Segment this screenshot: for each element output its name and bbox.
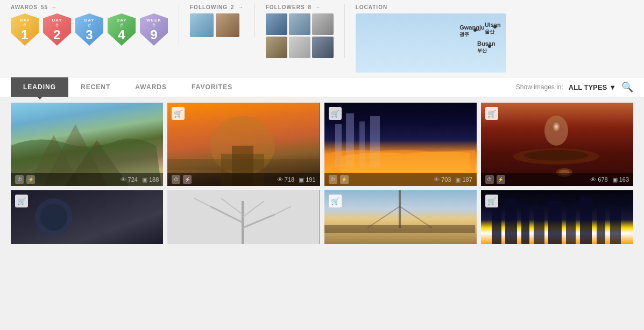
- awards-count: 55: [41, 4, 48, 10]
- cart-icon-3[interactable]: 🛒: [329, 107, 342, 120]
- following-avatar-2[interactable]: [216, 13, 239, 37]
- following-avatar-1[interactable]: [190, 13, 214, 37]
- location-text: LOCATION: [356, 4, 387, 10]
- badge-day-2: DAY # 2: [43, 13, 71, 46]
- lightning-icon-3: ⚡: [340, 175, 349, 184]
- following-label[interactable]: FOLLOWING 2 →: [190, 4, 244, 10]
- photo-cart-8[interactable]: 🛒: [485, 195, 498, 207]
- awards-label[interactable]: AWARDS 55 →: [11, 4, 168, 10]
- svg-rect-39: [492, 206, 501, 244]
- clock-icon: ⏱: [15, 175, 24, 184]
- photo-overlay-2: ⏱ ⚡ 👁 718 ▣ 191: [167, 173, 320, 186]
- cart-icon-7[interactable]: 🛒: [329, 195, 342, 207]
- following-text: FOLLOWING: [190, 4, 228, 10]
- awards-text: AWARDS: [11, 4, 38, 10]
- follower-thumb-6[interactable]: [312, 37, 334, 58]
- photo-item-6[interactable]: [167, 190, 320, 244]
- svg-rect-41: [521, 204, 529, 244]
- lightning-icon: ⚡: [26, 175, 35, 184]
- follower-thumb-2[interactable]: [289, 13, 310, 35]
- follower-thumb-3[interactable]: [312, 13, 334, 35]
- photo-image-7: [324, 190, 477, 244]
- awards-section: AWARDS 55 → DAY # 1 DAY # 2: [11, 4, 179, 46]
- badge-day-4: DAY # 4: [108, 13, 136, 46]
- svg-rect-47: [610, 209, 621, 244]
- clock-icon-4: ⏱: [485, 175, 494, 184]
- following-section: FOLLOWING 2 →: [179, 4, 255, 37]
- following-count: 2: [231, 4, 235, 10]
- follower-thumb-5[interactable]: [289, 37, 310, 58]
- badge-week-9: WEEK # 9: [140, 13, 168, 46]
- photo-item-7[interactable]: 🛒: [324, 190, 477, 244]
- tabs: LEADING RECENT AWARDS FAVORITES: [11, 77, 245, 97]
- svg-rect-40: [505, 198, 517, 244]
- clock-icon-2: ⏱: [172, 175, 180, 184]
- location-section: LOCATION Gwangju광주 Ulsan울산 Busan부산: [345, 4, 633, 73]
- photo-item-8[interactable]: 🛒: [481, 190, 633, 244]
- search-icon[interactable]: 🔍: [621, 81, 633, 93]
- chevron-down-icon: ▼: [609, 83, 616, 91]
- cart-icon-5[interactable]: 🛒: [15, 195, 28, 207]
- tab-leading[interactable]: LEADING: [11, 77, 68, 97]
- location-label: LOCATION: [356, 4, 622, 10]
- photo-overlay-4: ⏱ ⚡ 👁 678 ▣ 163: [481, 173, 633, 186]
- tab-recent[interactable]: RECENT: [68, 77, 123, 97]
- lightning-icon-4: ⚡: [497, 175, 505, 184]
- vote-stat: 👁 724: [121, 176, 138, 183]
- badge-day-1: DAY # 1: [11, 13, 39, 46]
- photo-item-5[interactable]: 🛒: [11, 190, 163, 244]
- photo-cart-5[interactable]: 🛒: [15, 195, 28, 207]
- follower-thumb-4[interactable]: [266, 37, 287, 58]
- map-ulsan: Ulsan울산: [485, 21, 501, 35]
- photo-left-icons-1: ⏱ ⚡: [15, 175, 35, 184]
- followers-arrow: →: [315, 4, 321, 10]
- followers-section: FOLLOWERS 8 →: [255, 4, 345, 58]
- vote-count-3: 703: [441, 176, 451, 183]
- badges-row: DAY # 1 DAY # 2 DAY # 3: [11, 13, 168, 46]
- vote-count-4: 678: [598, 176, 607, 183]
- photo-item-1[interactable]: ⏱ ⚡ 👁 724 ▣ 188: [11, 103, 163, 186]
- tab-favorites[interactable]: FAVORITES: [179, 77, 245, 97]
- cart-icon-4[interactable]: 🛒: [485, 107, 498, 120]
- cart-icon-8[interactable]: 🛒: [485, 195, 498, 207]
- svg-point-23: [40, 204, 67, 231]
- photo-stats-4: 👁 678 ▣ 163: [590, 176, 629, 183]
- following-avatars: [190, 13, 244, 37]
- photo-item-3[interactable]: 🛒 ⏱ ⚡ 👁 703 ▣ 187: [324, 103, 477, 186]
- map-gwangju: Gwangju광주: [459, 24, 484, 38]
- tab-awards[interactable]: AWARDS: [123, 77, 179, 97]
- svg-rect-43: [548, 201, 562, 244]
- svg-rect-32: [167, 190, 320, 244]
- photo-stats-2: 👁 718 ▣ 191: [277, 176, 316, 183]
- svg-rect-21: [11, 190, 163, 244]
- followers-label[interactable]: FOLLOWERS 8 →: [266, 4, 334, 10]
- followers-grid: [266, 13, 334, 58]
- photo-item-4[interactable]: 🛒 ⏱ ⚡ 👁 678 ▣ 163: [481, 103, 633, 186]
- photo-cart-7[interactable]: 🛒: [329, 195, 342, 207]
- cart-icon-2[interactable]: 🛒: [172, 107, 185, 120]
- show-images-label: Show images in:: [516, 83, 563, 91]
- svg-rect-46: [597, 204, 605, 244]
- comment-icon: ▣: [142, 176, 147, 183]
- svg-point-18: [547, 118, 566, 144]
- photo-image-6: [167, 190, 320, 244]
- lightning-icon-2: ⚡: [183, 175, 192, 184]
- map-dot-gwangju: [473, 28, 477, 32]
- map-dot-ulsan: [493, 25, 497, 28]
- map-busan: Busan부산: [477, 40, 496, 54]
- stats-bar: AWARDS 55 → DAY # 1 DAY # 2: [0, 0, 644, 77]
- map-dot-busan: [488, 45, 491, 48]
- photo-left-icons-3: ⏱ ⚡: [329, 175, 349, 184]
- photo-cart-2[interactable]: 🛒: [172, 107, 185, 120]
- awards-arrow: →: [51, 4, 57, 10]
- photo-item-2[interactable]: 🛒 ⏱ ⚡ 👁 718 ▣ 191: [167, 103, 320, 186]
- follower-thumb-1[interactable]: [266, 13, 287, 35]
- toolbar-right: Show images in: ALL TYPES ▼ 🔍: [516, 81, 633, 93]
- photo-cart-3[interactable]: 🛒: [329, 107, 342, 120]
- type-value: ALL TYPES: [569, 83, 607, 91]
- type-select[interactable]: ALL TYPES ▼: [569, 83, 616, 91]
- comment-count-2: 191: [306, 176, 315, 183]
- comment-count-3: 187: [462, 176, 472, 183]
- photo-stats-3: 👁 703 ▣ 187: [434, 176, 472, 183]
- photo-cart-4[interactable]: 🛒: [485, 107, 498, 120]
